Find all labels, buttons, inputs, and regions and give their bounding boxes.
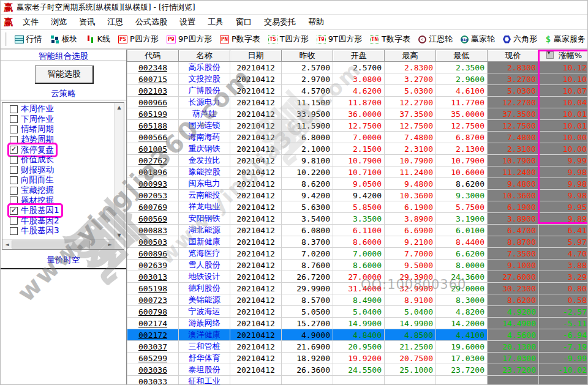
strategy-item[interactable]: 牛股基因2	[2, 216, 114, 226]
stock-code-link[interactable]: 000993	[127, 178, 179, 190]
column-header[interactable]: 开盘	[333, 50, 385, 62]
stock-code-link[interactable]: 605299	[127, 353, 179, 364]
menu-item[interactable]: 设置	[173, 17, 202, 28]
strategy-checkbox[interactable]	[10, 176, 18, 184]
table-row[interactable]: 002172澳洋健康202104124.90004.84004.85004.41…	[127, 329, 588, 341]
toolbar-button[interactable]: T99T四方形	[312, 32, 366, 47]
menu-item[interactable]: 窗口	[230, 17, 258, 28]
table-row[interactable]: 600715文投控股202104122.97003.08003.27002.96…	[127, 73, 588, 85]
table-row[interactable]: 000883湖北能源202104126.08006.11006.69006.01…	[127, 225, 588, 236]
table-row[interactable]: 000566海南海药202104126.80007.00007.48006.87…	[127, 132, 588, 143]
stock-code-link[interactable]: 600569	[127, 213, 179, 225]
toolbar-button[interactable]: 六角形	[499, 32, 541, 47]
toolbar-button[interactable]: 江恩轮	[414, 32, 456, 47]
table-row[interactable]: 002103广博股份202104124.57004.62005.03004.61…	[127, 85, 588, 97]
stock-code-link[interactable]: 002053	[127, 190, 179, 201]
stock-code-link[interactable]: 002348	[127, 62, 179, 73]
table-row[interactable]: 601005重庆钢铁202104122.10002.15002.31002.13…	[127, 143, 588, 155]
strategy-item[interactable]: 本周作业	[2, 104, 114, 114]
stock-code-link[interactable]: 600798	[127, 306, 179, 318]
column-header[interactable]: 现价	[488, 50, 539, 62]
menu-item[interactable]: 公式选股	[129, 17, 173, 28]
strategy-item[interactable]: 趋势周期	[2, 135, 114, 145]
toolbar-button[interactable]: Big赢家轮	[456, 32, 499, 47]
scroll-left-icon[interactable]: ◄	[2, 240, 12, 249]
vertical-scrollbar[interactable]: ▲ ▼	[114, 103, 124, 240]
strategy-checkbox[interactable]	[10, 115, 18, 123]
stock-code-link[interactable]: 003037	[127, 341, 179, 353]
strategy-checkbox[interactable]	[10, 166, 18, 174]
stock-code-link[interactable]: 003033	[127, 376, 179, 385]
toolbar-button[interactable]: $赢家服务	[541, 32, 588, 47]
stock-code-link[interactable]: 605198	[127, 283, 179, 294]
stock-code-link[interactable]: 000883	[127, 225, 179, 236]
smart-select-button[interactable]: 智能选股	[35, 65, 94, 84]
table-row[interactable]: 000503国新健康202104128.37008.60009.21008.44…	[127, 236, 588, 248]
table-row[interactable]: 605198德利股份2021041229.990031.400032.99002…	[127, 283, 588, 294]
strategy-item[interactable]: ✓牛股基因1	[2, 206, 114, 216]
stock-code-link[interactable]: 000723	[127, 294, 179, 306]
stock-code-link[interactable]: 000503	[127, 236, 179, 248]
stock-code-link[interactable]: 002174	[127, 318, 179, 329]
table-row[interactable]: 002348高乐股份202104122.57002.57002.83002.35…	[127, 62, 588, 73]
stock-code-link[interactable]: 002762	[127, 155, 179, 166]
strategy-checkbox[interactable]	[10, 187, 18, 195]
stock-code-link[interactable]: 600715	[127, 73, 179, 85]
strategy-item[interactable]: 价值成长	[2, 155, 114, 165]
stock-code-link[interactable]: 601005	[127, 143, 179, 155]
table-row[interactable]: 600896览海医疗202104127.02007.00007.70006.62…	[127, 248, 588, 260]
table-row[interactable]: 003033征和工业	[127, 376, 588, 385]
strategy-item[interactable]: 财报驱动	[2, 165, 114, 176]
table-row[interactable]: 003013地铁设计2021041226.720027.000029.39002…	[127, 271, 588, 283]
strategy-checkbox[interactable]	[10, 156, 18, 164]
toolbar-button[interactable]: PNP数字表	[216, 32, 265, 47]
column-header[interactable]: 名称	[179, 50, 230, 62]
stock-code-link[interactable]: 605199	[127, 108, 179, 120]
strategy-item[interactable]: 宝藏挖掘	[2, 185, 114, 196]
table-row[interactable]: 600769祥龙电业202104125.63005.85006.19005.75…	[127, 201, 588, 213]
strategy-item[interactable]: 向阳而生	[2, 175, 114, 185]
strategy-checkbox[interactable]: ✓	[10, 146, 18, 154]
table-row[interactable]: 605199葫芦娃2021041233.950036.000037.350035…	[127, 108, 588, 120]
strategy-checkbox[interactable]	[10, 217, 18, 225]
table-row[interactable]: 605299舒华体育2021041218.920019.920020.75001…	[127, 353, 588, 364]
menu-item[interactable]: 江恩	[101, 17, 129, 28]
toolbar-button[interactable]: K线	[81, 32, 115, 47]
stock-code-link[interactable]: 600769	[127, 201, 179, 213]
table-row[interactable]: 001896豫能控股2021041210.220010.710011.24001…	[127, 166, 588, 178]
strategy-checkbox[interactable]	[10, 125, 18, 133]
table-row[interactable]: 000993闽东电力202104128.62009.05009.48008.62…	[127, 178, 588, 190]
stock-code-link[interactable]: 605188	[127, 120, 179, 132]
menu-item[interactable]: 浏览	[45, 17, 73, 28]
toolbar-button[interactable]: 行情	[10, 32, 46, 47]
column-header[interactable]: 日期	[230, 50, 282, 62]
table-row[interactable]: 002174游族网络2021041215.270014.990014.99001…	[127, 318, 588, 329]
column-header[interactable]: 昨收	[282, 50, 333, 62]
strategy-item[interactable]: 题材挖掘	[2, 195, 114, 206]
menu-item[interactable]: 资讯	[73, 17, 101, 28]
stock-code-link[interactable]: 003036	[127, 364, 179, 376]
strategy-checkbox[interactable]	[10, 105, 18, 113]
table-row[interactable]: 003036泰坦股份2021041226.360024.550025.10002…	[127, 364, 588, 376]
column-header[interactable]: 最高	[385, 50, 436, 62]
scroll-up-icon[interactable]: ▲	[115, 103, 124, 112]
table-row[interactable]: 002639雪人股份202104128.76008.60009.50008.00…	[127, 260, 588, 271]
strategy-item[interactable]: 下周作业	[2, 114, 114, 125]
stock-code-link[interactable]: 000566	[127, 132, 179, 143]
strategy-item[interactable]: ✓涨停复盘	[2, 144, 114, 155]
scroll-right-icon[interactable]: ►	[105, 240, 115, 249]
table-row[interactable]: 000723美锦能源202104128.57008.49008.91008.30…	[127, 294, 588, 306]
toolbar-button[interactable]: 板块	[46, 32, 81, 47]
toolbar-button[interactable]: TST四方形	[264, 32, 312, 47]
volume-price-link[interactable]: 量价时空	[1, 255, 126, 266]
horizontal-scrollbar[interactable]: ◄ ►	[2, 239, 115, 249]
toolbar-button[interactable]: TNT数字表	[366, 32, 415, 47]
table-row[interactable]: 600569安阳钢铁202104123.54003.35003.89003.19…	[127, 213, 588, 225]
toolbar-button[interactable]: PSP四方形	[115, 32, 163, 47]
strategy-checkbox[interactable]	[10, 227, 18, 235]
toolbar-button[interactable]: P99P四方形	[162, 32, 216, 47]
table-row[interactable]: 002762金发拉比202104129.810010.790010.790010…	[127, 155, 588, 166]
stock-code-link[interactable]: 002103	[127, 85, 179, 97]
menu-item[interactable]: 文件	[17, 17, 45, 28]
table-row[interactable]: 000966长源电力2021041211.150011.870012.27001…	[127, 97, 588, 108]
